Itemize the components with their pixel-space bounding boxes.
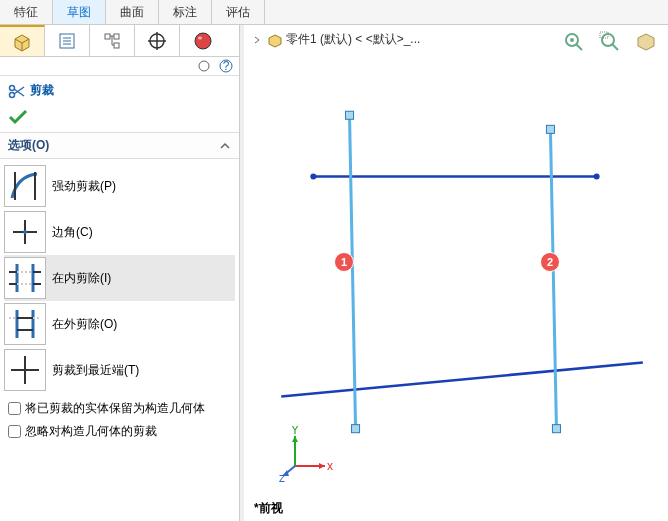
ok-check-icon[interactable] bbox=[8, 109, 28, 125]
tab-surface[interactable]: 曲面 bbox=[106, 0, 159, 24]
endpoint[interactable] bbox=[594, 174, 600, 180]
endpoint[interactable] bbox=[346, 111, 354, 119]
check-keep-construction[interactable]: 将已剪裁的实体保留为构造几何体 bbox=[0, 397, 239, 420]
zoom-area-button[interactable] bbox=[596, 28, 624, 56]
option-corner[interactable]: 边角(C) bbox=[4, 209, 235, 255]
option-trim-closest[interactable]: 剪裁到最近端(T) bbox=[4, 347, 235, 393]
endpoint[interactable] bbox=[310, 174, 316, 180]
panel-tab-config-manager[interactable] bbox=[90, 25, 135, 56]
svg-rect-9 bbox=[114, 34, 119, 39]
view-name-label: *前视 bbox=[254, 500, 283, 517]
panel-tab-feature-manager[interactable] bbox=[0, 25, 45, 56]
tab-evaluate[interactable]: 评估 bbox=[212, 0, 265, 24]
svg-line-51 bbox=[612, 44, 618, 50]
svg-point-17 bbox=[195, 33, 211, 49]
zoom-fit-button[interactable] bbox=[560, 28, 588, 56]
tab-features[interactable]: 特征 bbox=[0, 0, 53, 24]
scissors-icon bbox=[8, 83, 26, 99]
svg-point-49 bbox=[570, 38, 574, 42]
graphics-viewport[interactable]: 零件1 (默认) < <默认>_... 1 2 bbox=[244, 25, 668, 521]
corner-icon bbox=[7, 214, 43, 250]
sketch-line-h2[interactable] bbox=[281, 362, 643, 396]
endpoint[interactable] bbox=[546, 125, 554, 133]
trim-inside-icon bbox=[7, 260, 43, 296]
svg-marker-54 bbox=[269, 35, 281, 47]
svg-point-23 bbox=[10, 92, 15, 97]
zoom-fit-icon bbox=[562, 30, 586, 54]
panel-tab-dim-manager[interactable] bbox=[135, 25, 180, 56]
sphere-icon bbox=[193, 31, 213, 51]
svg-text:x: x bbox=[327, 459, 333, 473]
chevron-right-icon bbox=[252, 35, 262, 45]
part-icon bbox=[266, 32, 284, 48]
breadcrumb[interactable]: 零件1 (默认) < <默认>_... bbox=[250, 31, 420, 48]
view-cube-icon bbox=[634, 30, 658, 54]
powerful-trim-icon bbox=[7, 168, 43, 204]
endpoint[interactable] bbox=[352, 425, 360, 433]
zoom-area-icon bbox=[598, 30, 622, 54]
tab-sketch[interactable]: 草图 bbox=[53, 0, 106, 24]
panel-tab-property-manager[interactable] bbox=[45, 25, 90, 56]
help-icon[interactable]: ? bbox=[219, 59, 233, 73]
option-label: 在外剪除(O) bbox=[52, 316, 117, 333]
svg-point-19 bbox=[199, 61, 209, 71]
command-title: 剪裁 bbox=[0, 76, 239, 105]
sketch-line-v2[interactable] bbox=[550, 129, 556, 428]
option-label: 强劲剪裁(P) bbox=[52, 178, 116, 195]
coordinate-triad: x Y z bbox=[279, 426, 335, 485]
checkbox-keep-construction[interactable] bbox=[8, 402, 21, 415]
panel-tab-appearance[interactable] bbox=[180, 25, 225, 56]
options-section-header[interactable]: 选项(O) bbox=[0, 132, 239, 159]
check-ignore-construction[interactable]: 忽略对构造几何体的剪裁 bbox=[0, 420, 239, 443]
svg-rect-10 bbox=[114, 43, 119, 48]
crosshair-icon bbox=[147, 31, 167, 51]
option-label: 边角(C) bbox=[52, 224, 93, 241]
option-label: 剪裁到最近端(T) bbox=[52, 362, 139, 379]
selection-badge-2: 2 bbox=[540, 252, 560, 272]
svg-text:?: ? bbox=[223, 59, 230, 73]
svg-point-30 bbox=[23, 230, 27, 234]
svg-point-18 bbox=[198, 36, 202, 39]
svg-text:z: z bbox=[279, 471, 285, 482]
option-powerful-trim[interactable]: 强劲剪裁(P) bbox=[4, 163, 235, 209]
expand-all-icon[interactable] bbox=[197, 59, 211, 73]
trim-closest-icon bbox=[7, 352, 43, 388]
svg-rect-8 bbox=[105, 34, 110, 39]
endpoint[interactable] bbox=[552, 425, 560, 433]
tab-annotation[interactable]: 标注 bbox=[159, 0, 212, 24]
option-trim-inside[interactable]: 在内剪除(I) bbox=[4, 255, 235, 301]
tree-icon bbox=[102, 31, 122, 51]
svg-line-48 bbox=[576, 44, 582, 50]
option-trim-outside[interactable]: 在外剪除(O) bbox=[4, 301, 235, 347]
sketch-line-v1[interactable] bbox=[350, 115, 356, 428]
trim-outside-icon bbox=[7, 306, 43, 342]
svg-point-22 bbox=[10, 85, 15, 90]
cube-icon bbox=[11, 31, 33, 53]
svg-text:Y: Y bbox=[291, 426, 299, 437]
svg-marker-56 bbox=[319, 463, 325, 469]
checkbox-ignore-construction[interactable] bbox=[8, 425, 21, 438]
selection-badge-1: 1 bbox=[334, 252, 354, 272]
option-label: 在内剪除(I) bbox=[52, 270, 111, 287]
view-orientation-button[interactable] bbox=[632, 28, 660, 56]
svg-marker-53 bbox=[638, 34, 654, 50]
chevron-up-icon bbox=[219, 140, 231, 152]
list-icon bbox=[57, 31, 77, 51]
